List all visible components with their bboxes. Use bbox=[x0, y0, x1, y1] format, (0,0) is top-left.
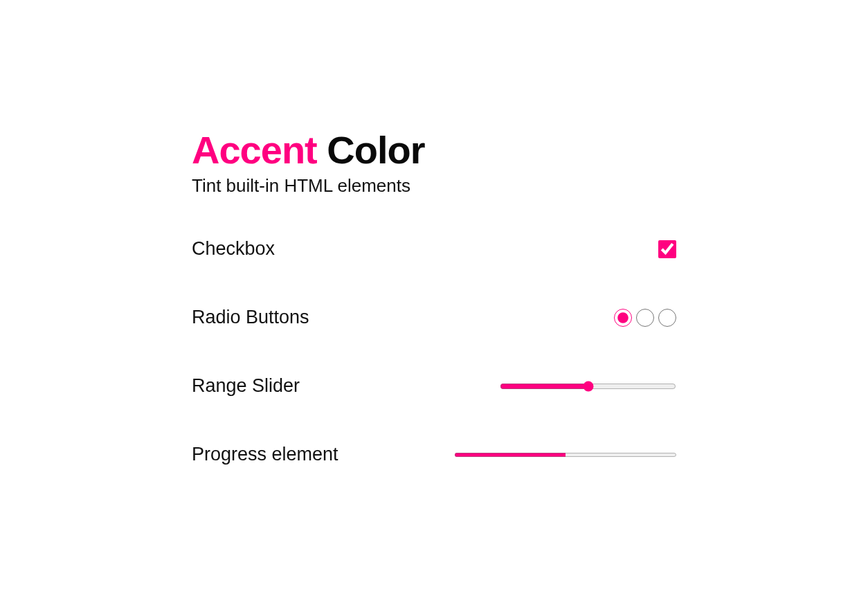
title-rest: Color bbox=[317, 128, 425, 172]
checkbox-controls bbox=[658, 240, 676, 258]
radio-option-3[interactable] bbox=[658, 309, 676, 327]
range-row: Range Slider bbox=[192, 375, 676, 397]
progress-row: Progress element bbox=[192, 444, 676, 465]
demo-container: Accent Color Tint built-in HTML elements… bbox=[192, 129, 676, 466]
progress-bar bbox=[455, 451, 676, 459]
progress-label: Progress element bbox=[192, 444, 338, 465]
page-title: Accent Color bbox=[192, 129, 676, 172]
range-controls bbox=[500, 378, 676, 395]
radio-option-2[interactable] bbox=[636, 309, 654, 327]
page-subtitle: Tint built-in HTML elements bbox=[192, 175, 676, 197]
radio-option-1[interactable] bbox=[614, 309, 632, 327]
progress-controls bbox=[455, 451, 676, 459]
range-input[interactable] bbox=[500, 378, 676, 395]
radio-label: Radio Buttons bbox=[192, 307, 309, 328]
radio-row: Radio Buttons bbox=[192, 307, 676, 328]
title-accent-word: Accent bbox=[192, 128, 317, 172]
checkbox-input[interactable] bbox=[658, 240, 676, 258]
radio-controls bbox=[614, 309, 676, 327]
range-label: Range Slider bbox=[192, 375, 300, 397]
checkbox-row: Checkbox bbox=[192, 238, 676, 260]
checkbox-label: Checkbox bbox=[192, 238, 275, 260]
